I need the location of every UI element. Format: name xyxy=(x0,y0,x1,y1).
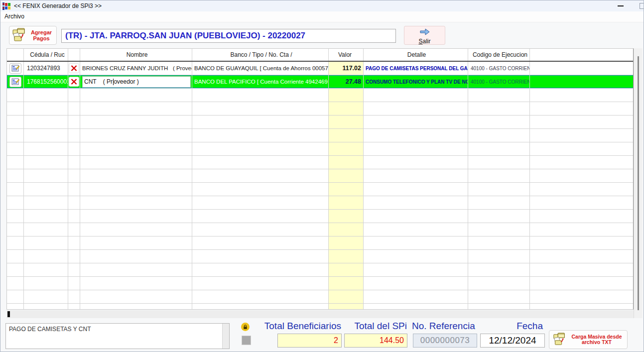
total-beneficiarios-field: 2 xyxy=(277,334,342,348)
horizontal-scrollbar-thumb[interactable] xyxy=(7,311,10,317)
agregar-pagos-button[interactable]: Agregar Pagos xyxy=(9,26,57,45)
empty-table-row[interactable] xyxy=(7,183,634,196)
empty-cell xyxy=(530,223,634,236)
empty-table-row[interactable] xyxy=(7,89,634,102)
empty-cell xyxy=(468,277,530,290)
empty-cell xyxy=(7,236,24,249)
empty-table-row[interactable] xyxy=(7,156,634,169)
empty-cell xyxy=(329,277,364,290)
empty-table-row[interactable] xyxy=(7,129,634,142)
column-header-banco[interactable]: Banco / Tipo / No. Cta / xyxy=(192,49,329,61)
table-row[interactable]: 1203247893BRIONES CRUZ FANNY JUDITH ( Pr… xyxy=(7,62,634,75)
column-header-detalle[interactable]: Detalle xyxy=(364,49,468,61)
column-header-extra[interactable] xyxy=(530,49,634,61)
empty-cell xyxy=(468,210,530,223)
delete-row-button[interactable] xyxy=(69,63,79,73)
empty-cell xyxy=(329,290,364,303)
menu-archivo[interactable]: Archivo xyxy=(0,11,28,21)
empty-cell xyxy=(329,156,364,169)
cell-delete xyxy=(68,62,80,75)
vertical-scrollbar-thumb[interactable] xyxy=(638,56,639,310)
empty-cell xyxy=(192,102,329,115)
cell-cedula: 1768152560001 xyxy=(24,75,68,88)
empty-cell xyxy=(24,223,68,236)
empty-cell xyxy=(24,116,68,128)
minimize-icon xyxy=(618,5,624,6)
empty-cell xyxy=(192,196,329,209)
empty-table-row[interactable] xyxy=(7,116,634,129)
empty-table-row[interactable] xyxy=(7,304,634,310)
empty-cell xyxy=(68,183,80,196)
empty-cell xyxy=(80,236,192,249)
empty-cell xyxy=(68,223,80,236)
empty-cell xyxy=(7,169,24,182)
empty-cell xyxy=(68,142,80,155)
empty-cell xyxy=(530,129,634,142)
empty-table-row[interactable] xyxy=(7,210,634,223)
column-header-edit[interactable] xyxy=(7,49,24,61)
document-title-field[interactable]: (TR) - JTA. PARROQ.SAN JUAN (PUEBLOVIEJO… xyxy=(61,29,396,43)
carga-masiva-button[interactable]: Carga Masiva desde archivo TXT xyxy=(549,330,628,349)
empty-table-row[interactable] xyxy=(7,236,634,250)
column-header-delete[interactable] xyxy=(68,49,80,61)
exit-arrow-icon xyxy=(419,28,430,35)
empty-cell xyxy=(80,210,192,223)
column-header-codigo[interactable]: Codigo de Ejecucion xyxy=(468,49,530,61)
empty-table-row[interactable] xyxy=(7,169,634,183)
empty-cell xyxy=(364,142,468,155)
empty-table-row[interactable] xyxy=(7,250,634,263)
empty-table-row[interactable] xyxy=(7,223,634,236)
column-header-valor[interactable]: Valor xyxy=(329,49,364,61)
empty-table-row[interactable] xyxy=(7,263,634,277)
cell-valor: 117.02 xyxy=(329,62,364,75)
empty-cell xyxy=(80,263,192,276)
fecha-field[interactable]: 12/12/2024 xyxy=(480,334,545,348)
cell-codigo: 40100 - GASTO CORRIENTE xyxy=(468,75,530,88)
column-header-nombre[interactable]: Nombre xyxy=(80,49,192,61)
descripcion-textarea[interactable]: PAGO DE CAMISETAS Y CNT xyxy=(5,323,230,349)
empty-table-row[interactable] xyxy=(7,290,634,304)
maximize-button[interactable] xyxy=(640,3,644,9)
empty-cell xyxy=(192,156,329,169)
empty-cell xyxy=(7,102,24,115)
empty-cell xyxy=(68,169,80,182)
titlebar: << FENIX Generador de SPi3 >> xyxy=(0,0,644,11)
row-properties-button[interactable] xyxy=(9,77,21,87)
empty-cell xyxy=(80,116,192,128)
empty-cell xyxy=(364,196,468,209)
empty-cell xyxy=(7,304,24,310)
cell-row-selector xyxy=(7,75,24,88)
bulk-load-folder-icon xyxy=(552,333,566,347)
empty-cell xyxy=(68,304,80,310)
empty-cell xyxy=(329,89,364,102)
empty-cell xyxy=(80,304,192,310)
empty-table-row[interactable] xyxy=(7,196,634,210)
empty-cell xyxy=(192,129,329,142)
empty-cell xyxy=(468,169,530,182)
delete-row-button[interactable] xyxy=(69,77,79,87)
table-row[interactable]: 1768152560001CNT ( Proveedor )BANCO DEL … xyxy=(7,75,634,89)
empty-cell xyxy=(192,263,329,276)
empty-cell xyxy=(7,223,24,236)
total-beneficiarios-label: Total Beneficiarios xyxy=(250,321,341,332)
horizontal-scrollbar[interactable] xyxy=(6,310,634,318)
minimize-button[interactable] xyxy=(614,0,627,11)
row-properties-button[interactable] xyxy=(9,63,21,74)
empty-cell xyxy=(24,169,68,182)
descripcion-scrollbar[interactable] xyxy=(222,324,229,349)
empty-cell xyxy=(24,263,68,276)
vertical-scrollbar[interactable] xyxy=(634,48,643,318)
empty-cell xyxy=(7,290,24,303)
empty-table-row[interactable] xyxy=(7,102,634,116)
empty-cell xyxy=(68,263,80,276)
grid-body: 1203247893BRIONES CRUZ FANNY JUDITH ( Pr… xyxy=(7,62,633,310)
empty-table-row[interactable] xyxy=(7,142,634,156)
salir-button[interactable]: Salir xyxy=(404,26,445,45)
empty-cell xyxy=(7,277,24,290)
status-square[interactable] xyxy=(242,336,251,345)
app-icon xyxy=(2,2,10,10)
empty-table-row[interactable] xyxy=(7,277,634,290)
empty-cell xyxy=(24,290,68,303)
nombre-edit-input[interactable]: CNT ( Proveedor ) xyxy=(82,76,191,88)
column-header-cedula[interactable]: Cédula / Ruc xyxy=(24,49,68,61)
